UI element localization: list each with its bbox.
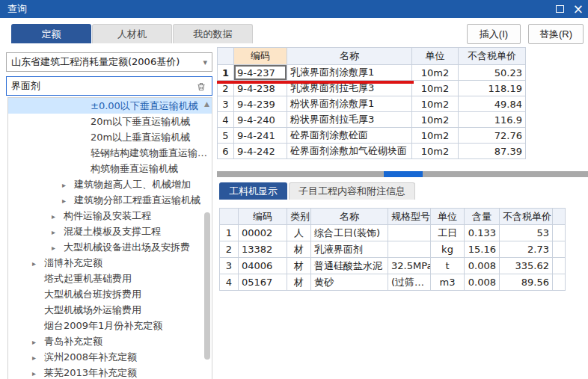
replace-button[interactable]: 替换(R)	[528, 24, 584, 44]
cell-qty[interactable]: 0.008	[465, 258, 500, 274]
cell-code[interactable]: 9-4-242	[234, 144, 287, 159]
table-row[interactable]: 5 9-4-241 砼界面剂涂敷砼面 10m2 72.76	[218, 128, 526, 144]
table-row[interactable]: 3 9-4-239 粉状界面剂涂敷厚1 10m2 49.84	[218, 96, 526, 112]
cell-unit[interactable]: 10m2	[412, 96, 459, 112]
tree-item[interactable]: 大型机械场外运输费用	[8, 302, 212, 318]
tree-item[interactable]: 大型机械台班按拆费用	[8, 286, 212, 302]
cell-unit[interactable]: 10m2	[412, 112, 459, 128]
tree-scrollbar-thumb[interactable]	[204, 212, 210, 360]
cell-price[interactable]: 50.23	[459, 65, 526, 81]
cell-unit[interactable]: 10m2	[412, 128, 459, 144]
expand-arrow-icon[interactable]: ▸	[32, 366, 44, 379]
cell-name[interactable]: 黄砂	[311, 274, 388, 291]
cell-qty[interactable]: 0.133	[465, 225, 500, 241]
expand-arrow-icon[interactable]: ▸	[32, 334, 44, 350]
cell-price[interactable]: 118.19	[459, 81, 526, 96]
horizontal-scrollbar-thumb[interactable]	[384, 171, 423, 177]
tree-item[interactable]: ±0.00以下垂直运输机械	[8, 98, 212, 114]
close-icon[interactable]: ×	[573, 0, 584, 18]
cell-code[interactable]: 9-4-237	[234, 65, 287, 81]
cell-spec[interactable]: (过筛…	[388, 274, 431, 291]
cell-unit[interactable]: 10m2	[412, 144, 459, 159]
search-input[interactable]	[11, 81, 195, 92]
cell-qty[interactable]: 15.16	[465, 241, 500, 258]
cell-code[interactable]: 13382	[239, 241, 287, 258]
tab-dinge[interactable]: 定额	[11, 24, 91, 43]
cell-unit[interactable]: 工日	[431, 225, 465, 241]
cell-price[interactable]: 335.62	[500, 258, 553, 274]
cell-price[interactable]: 72.76	[459, 128, 526, 144]
tree-item[interactable]: ▸混凝土模板及支撑工程	[8, 224, 212, 239]
expand-arrow-icon[interactable]: ▸	[52, 240, 64, 256]
tree-item[interactable]: ▸青岛补充定额	[8, 333, 212, 349]
table-row[interactable]: 6 9-4-242 砼界面剂涂敷加气砼砌块面 10m2 87.39	[218, 144, 526, 159]
tree-item[interactable]: 20m以上垂直运输机械	[8, 129, 212, 145]
cell-spec[interactable]	[388, 225, 431, 241]
cell-name[interactable]: 普通硅酸盐水泥	[311, 258, 388, 274]
horizontal-scrollbar[interactable]	[217, 171, 588, 177]
cell-price[interactable]: 87.39	[459, 144, 526, 159]
cell-code[interactable]: 9-4-239	[234, 96, 287, 112]
tree-item[interactable]: 轻钢结构建筑物垂直运输…	[8, 145, 212, 161]
cell-type[interactable]: 人	[287, 225, 311, 241]
table-row[interactable]: 4 05167 材 黄砂 (过筛… m3 0.008 89.56	[220, 274, 566, 291]
scroll-up-icon[interactable]: ▲	[204, 100, 209, 108]
cell-price[interactable]: 53	[500, 225, 553, 241]
cell-name[interactable]: 粉状界面剂拉毛厚3	[287, 112, 412, 128]
table-row[interactable]: 1 9-4-237 乳液界面剂涂敷厚1 10m2 50.23	[218, 65, 526, 81]
cell-spec[interactable]	[388, 241, 431, 258]
expand-arrow-icon[interactable]: ▸	[62, 193, 74, 209]
tab-my-data[interactable]: 我的数据	[173, 24, 253, 43]
cell-type[interactable]: 材	[287, 241, 311, 258]
cell-qty[interactable]: 0.008	[465, 274, 500, 291]
cell-code[interactable]: 9-4-241	[234, 128, 287, 144]
cell-code[interactable]: 9-4-240	[234, 112, 287, 128]
cell-name[interactable]: 砼界面剂涂敷加气砼砌块面	[287, 144, 412, 159]
cell-code[interactable]: 00002	[239, 225, 287, 241]
tab-rencaiji[interactable]: 人材机	[92, 24, 172, 43]
tree-item[interactable]: ▸莱芜2013年补充定额	[8, 365, 212, 379]
table-row[interactable]: 2 13382 材 乳液界面剂 kg 15.16 2.73	[220, 241, 566, 258]
tree-item[interactable]: ▸建筑物分部工程垂直运输机械	[8, 192, 212, 208]
tree-item[interactable]: 塔式起重机基础费用	[8, 271, 212, 286]
table-row[interactable]: 4 9-4-240 粉状界面剂拉毛厚3 10m2 116.9	[218, 112, 526, 128]
cell-spec[interactable]: 32.5MPa	[388, 258, 431, 274]
quota-library-dropdown[interactable]: 山东省建筑工程消耗量定额(2006基价) ▾	[6, 52, 212, 72]
clear-filter-icon[interactable]	[195, 80, 207, 92]
cell-name[interactable]: 砼界面剂涂敷砼面	[287, 128, 412, 144]
expand-arrow-icon[interactable]: ▸	[62, 177, 74, 193]
tree-item[interactable]: ▸大型机械设备进出场及安拆费	[8, 239, 212, 255]
cell-unit[interactable]: 10m2	[412, 65, 459, 81]
cell-code[interactable]: 05167	[239, 274, 287, 291]
cell-unit[interactable]: 10m2	[412, 81, 459, 96]
tree-item[interactable]: ▸构件运输及安装工程	[8, 208, 212, 224]
cell-price[interactable]: 89.56	[500, 274, 553, 291]
table-row[interactable]: 3 04006 材 普通硅酸盐水泥 32.5MPa t 0.008 335.62	[220, 258, 566, 274]
tree-item[interactable]: ▸滨州2008年补充定额	[8, 349, 212, 365]
cell-unit[interactable]: m3	[431, 274, 465, 291]
cell-name[interactable]: 综合工日(装饰)	[311, 225, 388, 241]
table-row[interactable]: 1 00002 人 综合工日(装饰) 工日 0.133 53	[220, 225, 566, 241]
cell-code[interactable]: 04006	[239, 258, 287, 274]
cell-price[interactable]: 2.73	[500, 241, 553, 258]
expand-arrow-icon[interactable]: ▸	[52, 224, 64, 240]
expand-arrow-icon[interactable]: ▸	[32, 256, 44, 271]
tree-item[interactable]: 构筑物垂直运输机械	[8, 161, 212, 176]
maximize-icon[interactable]	[556, 5, 564, 13]
cell-name[interactable]: 乳液界面剂	[311, 241, 388, 258]
tree-item[interactable]: ▸淄博补充定额	[8, 255, 212, 271]
cell-unit[interactable]: t	[431, 258, 465, 274]
cell-type[interactable]: 材	[287, 258, 311, 274]
cell-price[interactable]: 49.84	[459, 96, 526, 112]
tree-item[interactable]: 烟台2009年1月份补充定额	[8, 318, 212, 333]
cell-name[interactable]: 粉状界面剂涂敷厚1	[287, 96, 412, 112]
tab-resource-display[interactable]: 工料机显示	[219, 182, 287, 200]
tab-work-content-notes[interactable]: 子目工程内容和附注信息	[289, 182, 415, 200]
cell-type[interactable]: 材	[287, 274, 311, 291]
insert-button[interactable]: 插入(I)	[467, 24, 521, 44]
tree-item[interactable]: ▸建筑物超高人工、机械增加	[8, 176, 212, 192]
cell-unit[interactable]: kg	[431, 241, 465, 258]
expand-arrow-icon[interactable]: ▸	[52, 209, 64, 224]
cell-price[interactable]: 116.9	[459, 112, 526, 128]
cell-name[interactable]: 乳液界面剂涂敷厚1	[287, 65, 412, 81]
